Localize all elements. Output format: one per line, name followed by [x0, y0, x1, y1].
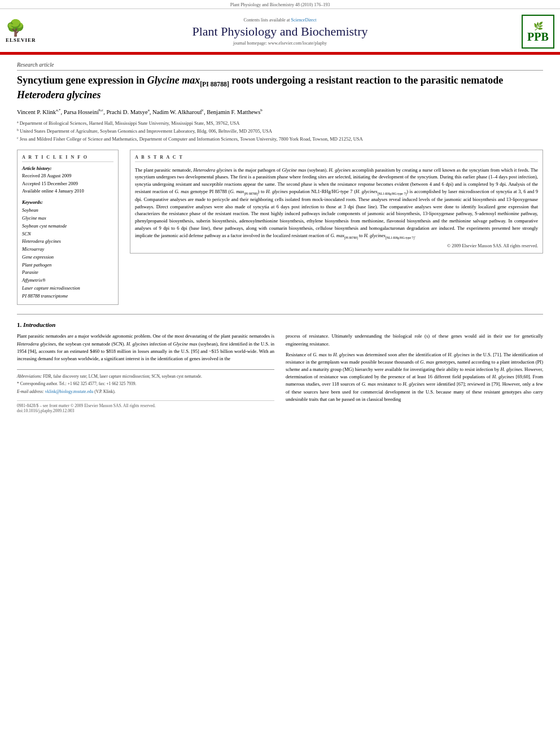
email-footnote: E-mail address: vklink@biology.msstate.e…: [17, 388, 274, 395]
journal-center-block: Contents lists available at ScienceDirec…: [45, 18, 515, 46]
intro-num: 1.: [17, 321, 23, 328]
abstract-col: A B S T R A C T The plant parasitic nema…: [130, 150, 543, 305]
kw-5: Heterodera glycines: [22, 238, 113, 245]
article-info-box: A R T I C L E I N F O Article history: R…: [17, 150, 119, 305]
elsevier-logo: 🌳 ELSEVIER: [6, 20, 45, 43]
kw-11: Laser capture microdissection: [22, 285, 113, 292]
abstract-text: The plant parasitic nematode, Heterodera…: [135, 167, 538, 240]
abstract-title: A B S T R A C T: [135, 155, 538, 162]
bottom-info: 0981-8428/$ – see front matter © 2009 El…: [17, 400, 274, 413]
affil-c-text: Jess and Mildred Fisher College of Scien…: [20, 136, 363, 143]
affil-b-text: United States Department of Agriculture,…: [20, 128, 272, 135]
author2: , Parsa Hosseini: [60, 109, 98, 115]
author4: , Nadim W. Alkharouf: [150, 109, 202, 115]
article-info-title: A R T I C L E I N F O: [22, 155, 113, 162]
affiliations-block: a Department of Biological Sciences, Har…: [17, 120, 543, 142]
title-subscript: [PI 88788]: [200, 81, 229, 88]
received-line: Received 28 August 2009: [22, 173, 113, 180]
abstract-copyright: © 2009 Elsevier Masson SAS. All rights r…: [135, 243, 538, 248]
kw-1: Soybean: [22, 207, 113, 214]
section-divider: [17, 314, 543, 314]
top-bar: Plant Physiology and Biochemistry 48 (20…: [0, 0, 560, 9]
author5-sup: b: [260, 108, 262, 112]
footnotes-area: Abbreviations: FDR, false discovery rate…: [17, 369, 274, 395]
kw-3: Soybean cyst nematode: [22, 222, 113, 230]
journal-homepage: journal homepage: www.elsevier.com/locat…: [45, 41, 515, 46]
elsevier-tree-icon: 🌳: [6, 20, 25, 36]
issn-line: 0981-8428/$ – see front matter © 2009 El…: [17, 403, 274, 408]
main-content: Research article Syncytium gene expressi…: [0, 55, 560, 420]
info-abstract-cols: A R T I C L E I N F O Article history: R…: [17, 150, 543, 305]
ppb-text: PPB: [527, 31, 549, 42]
affil-line-c: c Jess and Mildred Fisher College of Sci…: [17, 136, 543, 143]
title-part2: roots undergoing a resistant reaction to…: [229, 75, 503, 86]
author3: , Prachi D. Matsye: [103, 109, 147, 115]
kw-4: SCN: [22, 230, 113, 238]
abbreviations-footnote: Abbreviations: FDR, false discovery rate…: [17, 373, 274, 379]
ppb-box: 🌿 PPB: [522, 15, 554, 49]
kw-8: Plant pathogen: [22, 261, 113, 269]
keywords-section: Keywords: Soybean Glycine max Soybean cy…: [22, 199, 113, 299]
author2-sup: b,c: [99, 108, 103, 112]
author1: Vincent P. Klink: [17, 109, 56, 115]
journal-citation: Plant Physiology and Biochemistry 48 (20…: [230, 2, 330, 7]
journal-header: 🌳 ELSEVIER Contents lists available at S…: [0, 11, 560, 53]
title-italic1: Glycine max: [147, 75, 200, 86]
affil-line-a: a Department of Biological Sciences, Har…: [17, 120, 543, 127]
intro-title: Introduction: [23, 321, 55, 328]
kw-12: PI 88788 transcriptome: [22, 292, 113, 300]
corresponding-footnote: * Corresponding author. Tel.: +1 662 325…: [17, 381, 274, 387]
intro-para-right-2: Resistance of G. max to H. glycines was …: [286, 351, 543, 403]
abstract-box: A B S T R A C T The plant parasitic nema…: [130, 150, 543, 254]
intro-para-right-1: process of resistance. Ultimately unders…: [286, 333, 543, 347]
kw-10: Affymetrix®: [22, 277, 113, 284]
accepted-line: Accepted 15 December 2009: [22, 181, 113, 187]
page-wrapper: Plant Physiology and Biochemistry 48 (20…: [0, 0, 560, 420]
title-italic2: Heterodera glycines: [17, 89, 100, 101]
journal-title: Plant Physiology and Biochemistry: [45, 24, 515, 39]
elsevier-name: ELSEVIER: [6, 37, 36, 43]
article-title: Syncytium gene expression in Glycine max…: [17, 74, 543, 102]
doi-line: doi:10.1016/j.plaphy.2009.12.003: [17, 408, 274, 413]
intro-para-1: Plant parasitic nematodes are a major wo…: [17, 333, 274, 362]
sciencedirect-link[interactable]: ScienceDirect: [291, 18, 317, 23]
body-two-col: Plant parasitic nematodes are a major wo…: [17, 333, 543, 413]
introduction-heading: 1. Introduction: [17, 321, 543, 328]
ppb-plant-icon: 🌿: [533, 21, 543, 31]
kw-2: Glycine max: [22, 215, 113, 222]
ppb-logo-container: 🌿 PPB: [515, 15, 554, 49]
affil-a-text: Department of Biological Sciences, Harne…: [20, 120, 240, 127]
author5: , Benjamin F. Matthews: [204, 109, 260, 115]
body-left-col: Plant parasitic nematodes are a major wo…: [17, 333, 274, 413]
article-type: Research article: [17, 62, 543, 71]
title-part1: Syncytium gene expression in: [17, 75, 147, 86]
affil-line-b: b United States Department of Agricultur…: [17, 128, 543, 135]
email-link: vklink@biology.msstate.edu: [45, 389, 94, 394]
kw-7: Gene expression: [22, 254, 113, 261]
keywords-label: Keywords:: [22, 199, 113, 205]
article-info-col: A R T I C L E I N F O Article history: R…: [17, 150, 119, 305]
kw-6: Microarray: [22, 246, 113, 253]
kw-9: Parasite: [22, 269, 113, 276]
history-label: Article history:: [22, 165, 113, 171]
body-right-col: process of resistance. Ultimately unders…: [286, 333, 543, 413]
sciencedirect-line: Contents lists available at ScienceDirec…: [45, 18, 515, 23]
available-line: Available online 4 January 2010: [22, 188, 113, 195]
authors-line: Vincent P. Klinka,*, Parsa Hosseinib,c, …: [17, 107, 543, 116]
